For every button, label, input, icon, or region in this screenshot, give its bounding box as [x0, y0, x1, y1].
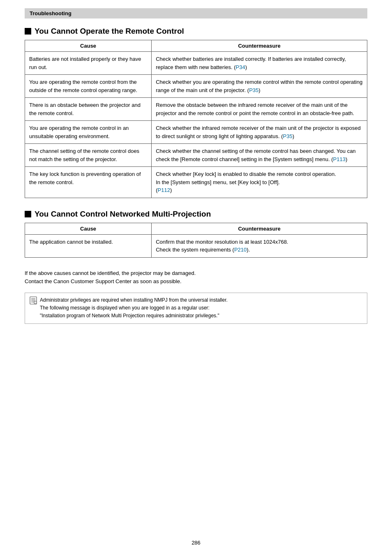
cause-header2: Cause — [25, 223, 152, 234]
link-p35-2[interactable]: P35 — [283, 133, 293, 139]
table-row: Batteries are not installed properly or … — [25, 52, 367, 75]
link-p34[interactable]: P34 — [236, 64, 245, 70]
cause-cell: There is an obstacle between the project… — [25, 98, 152, 121]
cause-header: Cause — [25, 40, 152, 52]
countermeasure-cell: Check whether you are operating the remo… — [152, 75, 367, 98]
cause-cell: The channel setting of the remote contro… — [25, 144, 152, 167]
table-header-row: Cause Countermeasure — [25, 40, 367, 52]
countermeasure-header: Countermeasure — [152, 40, 367, 52]
table-row: There is an obstacle between the project… — [25, 98, 367, 121]
link-p210[interactable]: P210 — [234, 247, 247, 253]
footer-text: If the above causes cannot be identified… — [25, 269, 367, 286]
countermeasure-cell: Check whether the channel setting of the… — [152, 144, 367, 167]
section1-bullet — [25, 28, 31, 35]
svg-text:i: i — [35, 302, 35, 304]
section1-title-text: You Cannot Operate the Remote Control — [35, 27, 184, 36]
table-row: You are operating the remote control fro… — [25, 75, 367, 98]
note-icon: i — [29, 296, 37, 305]
cause-cell: The application cannot be installed. — [25, 234, 152, 257]
countermeasure-header2: Countermeasure — [152, 223, 367, 234]
section2-bullet — [25, 211, 31, 217]
table-row: The channel setting of the remote contro… — [25, 144, 367, 167]
section1-table: Cause Countermeasure Batteries are not i… — [25, 40, 367, 198]
link-p35-1[interactable]: P35 — [249, 87, 258, 93]
cause-cell: The key lock function is preventing oper… — [25, 167, 152, 198]
countermeasure-cell: Check whether batteries are installed co… — [152, 52, 367, 75]
table-row: You are operating the remote control in … — [25, 121, 367, 144]
section2-title: You Cannot Control Networked Multi-Proje… — [25, 210, 367, 219]
countermeasure-cell: Check whether the infrared remote receiv… — [152, 121, 367, 144]
section2-table: Cause Countermeasure The application can… — [25, 223, 367, 258]
link-p112[interactable]: P112 — [158, 187, 170, 193]
note-box: i Administrator privileges are required … — [25, 293, 367, 324]
cause-cell: Batteries are not installed properly or … — [25, 52, 152, 75]
table-row: The key lock function is preventing oper… — [25, 167, 367, 198]
cause-cell: You are operating the remote control fro… — [25, 75, 152, 98]
section2-title-text: You Cannot Control Networked Multi-Proje… — [35, 210, 211, 219]
section-header: Troubleshooting — [25, 8, 367, 18]
table-header-row: Cause Countermeasure — [25, 223, 367, 234]
link-p113[interactable]: P113 — [333, 156, 346, 162]
header-label: Troubleshooting — [30, 10, 71, 16]
cause-cell: You are operating the remote control in … — [25, 121, 152, 144]
countermeasure-cell: Confirm that the monitor resolution is a… — [152, 234, 367, 257]
page-wrapper: Troubleshooting You Cannot Operate the R… — [0, 0, 392, 554]
countermeasure-cell: Remove the obstacle between the infrared… — [152, 98, 367, 121]
section1-title: You Cannot Operate the Remote Control — [25, 27, 367, 36]
note-text: Administrator privileges are required wh… — [40, 297, 228, 319]
countermeasure-cell: Check whether [Key lock] is enabled to d… — [152, 167, 367, 198]
table-row: The application cannot be installed. Con… — [25, 234, 367, 257]
page-number: 286 — [0, 540, 392, 546]
